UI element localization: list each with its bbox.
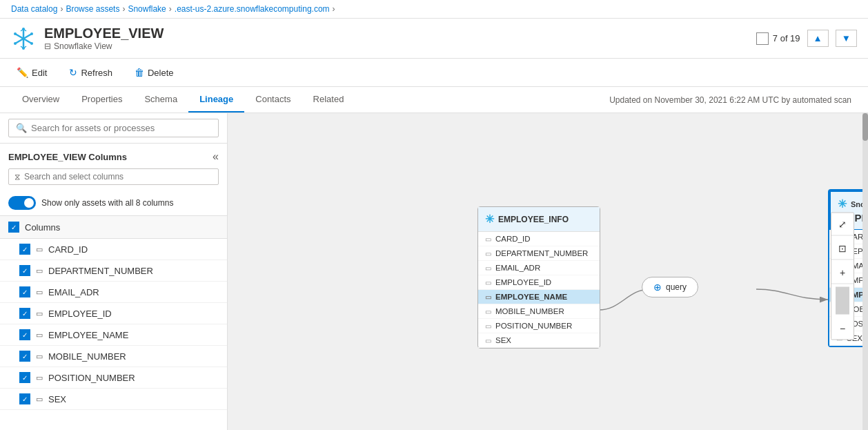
zoom-controls: ⤢ ⊡ + − (831, 212, 854, 340)
col-label: POSITION_NUMBER (495, 322, 572, 330)
breadcrumb-server[interactable]: .east-us-2.azure.snowflakecomputing.com (175, 4, 330, 14)
toggle-label: Show only assets with all 8 columns (41, 198, 173, 208)
col-name-pos-num: POSITION_NUMBER (48, 373, 135, 383)
lineage-node-query[interactable]: ⊕ query (642, 277, 698, 297)
right-scrollbar[interactable] (862, 113, 868, 430)
col-icon: ▭ (485, 279, 491, 286)
columns-search-input[interactable] (24, 172, 213, 182)
breadcrumb-sep1: › (60, 4, 63, 14)
node-col-card-id: ▭ CARD_ID (478, 232, 600, 246)
col-icon: ▭ (485, 337, 491, 344)
toggle-row: Show only assets with all 8 columns (0, 190, 227, 216)
toggle-switch[interactable] (8, 196, 36, 210)
search-assets-bar: 🔍 (0, 113, 227, 144)
column-item-dept-num[interactable]: ✓ ▭ DEPARTMENT_NUMBER (0, 260, 227, 282)
columns-list: ✓ Columns ✓ ▭ CARD_ID ✓ ▭ DEPARTMENT_NUM… (0, 216, 227, 430)
delete-button[interactable]: 🗑 Delete (129, 64, 179, 81)
col-label: MOBILE_NUMBER (495, 307, 564, 315)
breadcrumb-datacatalog[interactable]: Data catalog (11, 4, 57, 14)
tab-lineage[interactable]: Lineage (188, 87, 244, 113)
edit-button[interactable]: ✏️ Edit (11, 64, 52, 81)
breadcrumb-snowflake[interactable]: Snowflake (128, 4, 166, 14)
toggle-knob (24, 198, 34, 208)
col-checkbox-mobile[interactable]: ✓ (19, 351, 30, 362)
zoom-scrollbar[interactable] (836, 286, 849, 314)
col-type-icon: ▭ (36, 373, 43, 382)
tab-schema[interactable]: Schema (133, 87, 188, 113)
col-type-icon: ▭ (36, 288, 43, 297)
node-col-mobile: ▭ MOBILE_NUMBER (478, 304, 600, 319)
zoom-in-button[interactable]: + (831, 261, 854, 284)
tab-properties[interactable]: Properties (70, 87, 133, 113)
columns-all-label: Columns (25, 222, 60, 233)
tab-contacts[interactable]: Contacts (244, 87, 302, 113)
columns-search-wrap[interactable]: ⧖ (8, 168, 219, 185)
col-label: DEPARTMENT_NUMBER (495, 249, 588, 257)
col-checkbox-dept-num[interactable]: ✓ (19, 265, 30, 276)
col-label: EMAIL_ADR (495, 264, 540, 272)
columns-all-row[interactable]: ✓ Columns (0, 216, 227, 239)
tabs-bar: Overview Properties Schema Lineage Conta… (0, 87, 868, 113)
column-item-mobile[interactable]: ✓ ▭ MOBILE_NUMBER (0, 346, 227, 367)
view-icon: ⊟ (44, 41, 51, 51)
node-snowflake-view-icon: ✳ (838, 197, 847, 211)
node-col-dept: ▭ DEPARTMENT_NUMBER (478, 246, 600, 261)
counter-box-icon (756, 32, 769, 45)
refresh-icon: ↻ (69, 67, 77, 78)
zoom-out-button[interactable]: − (831, 317, 854, 339)
expand-button[interactable]: ⤢ (831, 213, 854, 235)
col-checkbox-emp-name[interactable]: ✓ (19, 329, 30, 340)
columns-header: EMPLOYEE_VIEW Columns « (0, 144, 227, 166)
col-icon: ▭ (485, 293, 491, 301)
svg-point-7 (14, 42, 17, 45)
tab-overview[interactable]: Overview (11, 87, 70, 113)
scrollbar-thumb (862, 113, 868, 141)
column-item-pos-num[interactable]: ✓ ▭ POSITION_NUMBER (0, 367, 227, 389)
query-label: query (666, 282, 687, 292)
main-content: 🔍 EMPLOYEE_VIEW Columns « ⧖ Show only as… (0, 113, 868, 430)
column-item-sex[interactable]: ✓ ▭ SEX (0, 389, 227, 410)
col-checkbox-emp-id[interactable]: ✓ (19, 308, 30, 319)
search-assets-wrap[interactable]: 🔍 (8, 119, 219, 137)
col-icon: ▭ (485, 264, 491, 272)
collapse-panel-button[interactable]: « (213, 150, 219, 163)
edit-icon: ✏️ (17, 67, 28, 78)
col-name-mobile: MOBILE_NUMBER (48, 351, 126, 362)
column-item-emp-name[interactable]: ✓ ▭ EMPLOYEE_NAME (0, 324, 227, 346)
breadcrumb-browseassets[interactable]: Browse assets (66, 4, 119, 14)
col-checkbox-email-adr[interactable]: ✓ (19, 286, 30, 297)
col-type-icon: ▭ (36, 395, 43, 404)
column-item-email-adr[interactable]: ✓ ▭ EMAIL_ADR (0, 282, 227, 303)
updated-text: Updated on November 30, 2021 6:22 AM UTC… (609, 95, 857, 105)
col-label: SEX (495, 336, 511, 344)
search-assets-input[interactable] (31, 123, 211, 133)
col-type-icon: ▭ (36, 266, 43, 275)
col-label: EMPLOYEE_ID (495, 278, 551, 286)
left-panel: 🔍 EMPLOYEE_VIEW Columns « ⧖ Show only as… (0, 113, 228, 430)
node-col-empname-highlighted: ▭ EMPLOYEE_NAME (478, 290, 600, 304)
column-item-card-id[interactable]: ✓ ▭ CARD_ID (0, 239, 227, 260)
col-name-sex: SEX (48, 394, 66, 404)
col-checkbox-card-id[interactable]: ✓ (19, 244, 30, 255)
col-type-icon: ▭ (36, 245, 43, 254)
header-bar: EMPLOYEE_VIEW ⊟ Snowflake View 7 of 19 ▲… (0, 19, 868, 59)
tabs-left: Overview Properties Schema Lineage Conta… (11, 87, 355, 113)
col-name-dept-num: DEPARTMENT_NUMBER (48, 266, 153, 276)
col-checkbox-pos-num[interactable]: ✓ (19, 372, 30, 383)
fit-button[interactable]: ⊡ (831, 237, 854, 260)
node-snowflake-icon: ✳ (485, 213, 494, 226)
col-checkbox-sex[interactable]: ✓ (19, 393, 30, 404)
nav-prev-button[interactable]: ▲ (807, 30, 829, 47)
nav-next-button[interactable]: ▼ (836, 30, 857, 47)
select-all-checkbox[interactable]: ✓ (8, 222, 19, 233)
lineage-canvas[interactable]: ✳ EMPLOYEE_INFO ▭ CARD_ID ▭ DEPARTMENT_N… (228, 113, 868, 430)
column-item-emp-id[interactable]: ✓ ▭ EMPLOYEE_ID (0, 303, 227, 324)
col-type-icon: ▭ (36, 309, 43, 318)
refresh-button[interactable]: ↻ Refresh (63, 64, 118, 81)
col-name-emp-name: EMPLOYEE_NAME (48, 330, 128, 340)
lineage-node-employee-info[interactable]: ✳ EMPLOYEE_INFO ▭ CARD_ID ▭ DEPARTMENT_N… (477, 206, 600, 349)
col-type-icon: ▭ (36, 352, 43, 361)
tab-related[interactable]: Related (302, 87, 355, 113)
columns-entity-name: EMPLOYEE_VIEW Columns (8, 152, 127, 162)
breadcrumb: Data catalog › Browse assets › Snowflake… (0, 0, 868, 19)
